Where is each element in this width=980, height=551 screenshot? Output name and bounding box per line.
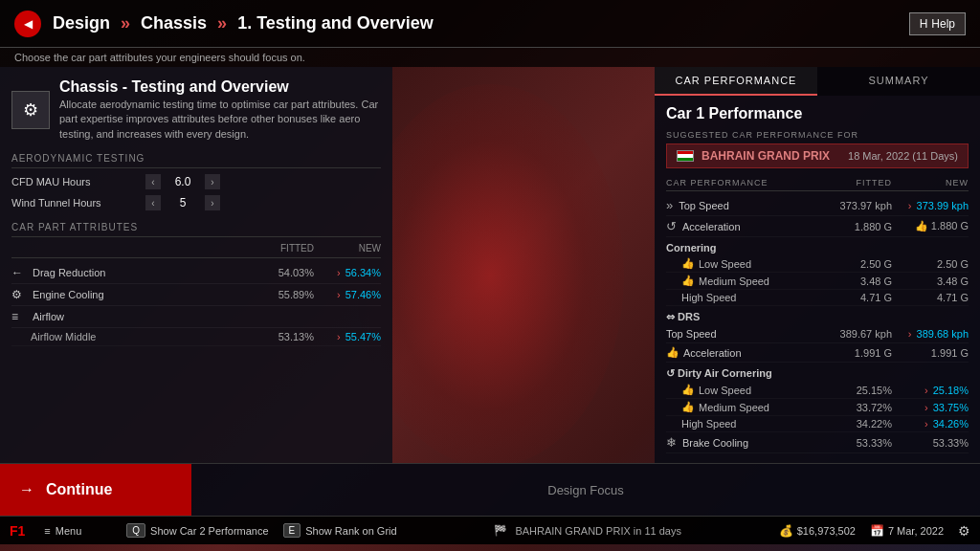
dirty-low-name: 👍 Low Speed	[681, 384, 815, 396]
continue-bar: → Continue Design Focus	[0, 463, 980, 516]
accel-name: ↺ Acceleration	[666, 219, 815, 233]
aero-row-cfd: CFD MAU Hours ‹ 6.0 ›	[11, 174, 381, 189]
bottom-right-stats: 💰 $16,973,502 📅 7 Mar, 2022 ⚙	[779, 523, 970, 539]
cfd-increase[interactable]: ›	[205, 174, 220, 189]
attr-table: FITTED NEW ← Drag Reduction 54.03% › 56.…	[11, 243, 381, 346]
dirty-high-fitted: 34.22%	[815, 418, 892, 430]
med-speed-thumb: 👍	[681, 275, 695, 287]
breadcrumb-chassis: Chassis	[141, 13, 207, 33]
drs-top-speed-name: Top Speed	[666, 328, 815, 340]
right-content: Car 1 Performance SUGGESTED CAR PERFORMA…	[655, 96, 980, 457]
drag-fitted: 54.03%	[247, 267, 314, 278]
airflow-name: ≡ Airflow	[11, 310, 247, 323]
f1-logo: F1	[10, 523, 25, 539]
dirty-high-new: › 34.26%	[892, 418, 969, 430]
engine-cooling-name: ⚙ Engine Cooling	[11, 288, 247, 301]
airflow-middle-new: › 55.47%	[314, 331, 381, 342]
bottom-bar: F1 ≡ Menu Q Show Car 2 Performance E Sho…	[0, 516, 980, 544]
low-speed-name: 👍 Low Speed	[681, 257, 815, 270]
money-icon: 💰	[779, 524, 793, 538]
race-name: BAHRAIN GRAND PRIX	[702, 149, 840, 163]
settings-button[interactable]: ⚙	[958, 523, 970, 539]
race-date: 18 Mar, 2022 (11 Days)	[848, 150, 958, 162]
cfd-decrease[interactable]: ‹	[145, 174, 161, 189]
brake-cooling-fitted: 53.33%	[815, 437, 892, 449]
airflow-middle-fitted: 53.13%	[247, 331, 314, 342]
tunnel-value: 5	[168, 196, 197, 209]
med-speed-name: 👍 Medium Speed	[681, 275, 815, 287]
back-icon: ◀	[24, 17, 33, 31]
perf-med-speed-cornering: 👍 Medium Speed 3.48 G 3.48 G	[666, 273, 969, 290]
perf-acceleration: ↺ Acceleration 1.880 G 👍 1.880 G	[666, 216, 969, 237]
section-header: ⚙ Chassis - Testing and Overview Allocat…	[11, 78, 381, 142]
drs-top-speed-fitted: 389.67 kph	[815, 328, 892, 340]
date-value: 7 Mar, 2022	[888, 525, 944, 537]
accel-new: 👍 1.880 G	[892, 220, 969, 232]
accel-fitted: 1.880 G	[815, 221, 892, 232]
continue-button[interactable]: → Continue	[0, 464, 191, 517]
date-stat: 📅 7 Mar, 2022	[870, 524, 944, 538]
drag-new: › 56.34%	[314, 267, 381, 278]
subtitle-text: Choose the car part attributes your engi…	[14, 52, 305, 63]
airflow-middle-name: Airflow Middle	[31, 331, 247, 342]
perf-drs-accel: 👍 Acceleration 1.991 G 1.991 G	[666, 343, 969, 363]
menu-button[interactable]: ≡ Menu	[44, 525, 81, 537]
perf-dirty-low: 👍 Low Speed 25.15% › 25.18%	[666, 382, 969, 399]
tunnel-increase[interactable]: ›	[205, 195, 220, 210]
breadcrumb-design: Design	[53, 13, 110, 33]
race-banner: BAHRAIN GRAND PRIX 18 Mar, 2022 (11 Days…	[666, 143, 969, 168]
breadcrumb-sep2: »	[217, 13, 232, 33]
tab-car-performance[interactable]: CAR PERFORMANCE	[655, 67, 817, 96]
top-header: ◀ Design » Chassis » 1. Testing and Over…	[0, 0, 980, 48]
drag-icon: ←	[11, 266, 27, 279]
dirty-med-thumb: 👍	[681, 401, 695, 413]
back-button[interactable]: ◀	[14, 11, 41, 37]
brake-cooling-name: ❄ Brake Cooling	[666, 435, 815, 450]
med-speed-fitted: 3.48 G	[815, 276, 892, 287]
dirty-med-name: 👍 Medium Speed	[681, 401, 815, 413]
attr-col-name	[11, 243, 247, 253]
perf-low-speed-cornering: 👍 Low Speed 2.50 G 2.50 G	[666, 255, 969, 273]
help-key-badge: H	[920, 17, 928, 31]
perf-drs-top-speed: Top Speed 389.67 kph › 389.68 kph	[666, 325, 969, 343]
engine-cooling-right-name: ⚙ Engine Cooling	[666, 456, 815, 457]
tunnel-decrease[interactable]: ‹	[145, 195, 161, 210]
tunnel-control: ‹ 5 ›	[145, 195, 220, 210]
accel-icon: ↺	[666, 219, 677, 233]
engine-cooling-right-icon: ⚙	[666, 456, 678, 457]
top-speed-new: › 373.99 kph	[892, 200, 969, 211]
show-car2-hotkey[interactable]: Q Show Car 2 Performance	[126, 523, 268, 538]
page-subtitle: Choose the car part attributes your engi…	[0, 48, 980, 67]
brake-cooling-icon: ❄	[666, 435, 677, 450]
low-speed-fitted: 2.50 G	[815, 258, 892, 270]
race-flag	[677, 150, 694, 162]
top-speed-icon: »	[666, 198, 673, 212]
show-rank-hotkey[interactable]: E Show Rank on Grid	[283, 523, 397, 538]
race-countdown: BAHRAIN GRAND PRIX in 11 days	[515, 525, 681, 537]
right-panel: CAR PERFORMANCE SUMMARY Car 1 Performanc…	[655, 67, 980, 463]
suggested-label: SUGGESTED CAR PERFORMANCE FOR	[666, 130, 969, 140]
perf-dirty-med: 👍 Medium Speed 33.72% › 33.75%	[666, 399, 969, 416]
breadcrumb: Design » Chassis » 1. Testing and Overvi…	[53, 13, 909, 33]
dirty-high-name: High Speed	[681, 418, 815, 430]
tab-summary[interactable]: SUMMARY	[817, 67, 980, 96]
aero-label: AERODYNAMIC TESTING	[11, 153, 381, 168]
section-desc: Allocate aerodynamic testing time to opt…	[59, 98, 381, 142]
high-speed-new: 4.71 G	[892, 292, 969, 303]
help-label: Help	[931, 17, 955, 31]
hotkey1-label: Show Car 2 Performance	[150, 525, 269, 537]
section-icon: ⚙	[11, 91, 50, 129]
hotkey2-label: Show Rank on Grid	[305, 525, 396, 537]
ph-col-name: CAR PERFORMANCE	[666, 178, 815, 187]
calendar-icon: 📅	[870, 524, 884, 538]
brake-cooling-new: 53.33%	[892, 437, 969, 449]
attr-airflow-middle: Airflow Middle 53.13% › 55.47%	[11, 328, 381, 346]
help-button[interactable]: H Help	[909, 12, 966, 35]
ph-col-new: NEW	[892, 178, 969, 187]
breadcrumb-page: 1. Testing and Overview	[237, 13, 434, 33]
attr-drag-reduction: ← Drag Reduction 54.03% › 56.34%	[11, 262, 381, 284]
section-title: Chassis - Testing and Overview	[59, 78, 381, 96]
hotkey2-badge: E	[283, 523, 301, 538]
cornering-category: Cornering	[666, 237, 969, 255]
breadcrumb-sep1: »	[121, 13, 135, 33]
